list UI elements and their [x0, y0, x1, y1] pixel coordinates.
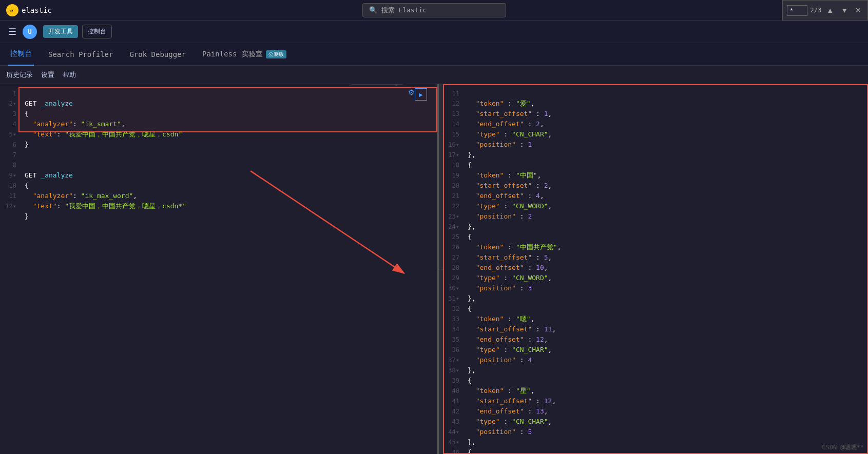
tab-search-profiler[interactable]: Search Profiler — [46, 43, 115, 66]
line-num-7: 7 — [2, 150, 16, 160]
editor-content[interactable]: 1 2▾ 3 4 5▾ 6 7 8 9▾ 10 11 12▾ GET _anal… — [0, 84, 437, 454]
output-code-area: 11 12 13 14 15 16▾ 17▾ 18 19 20 21 22 23… — [443, 84, 868, 454]
toolbar: 历史记录 设置 帮助 — [0, 66, 868, 84]
line-numbers: 1 2▾ 3 4 5▾ 6 7 8 9▾ 10 11 12▾ — [0, 84, 21, 454]
secondary-nav: ☰ U 开发工具 控制台 — [0, 21, 868, 43]
tab-grok-debugger[interactable]: Grok Debugger — [127, 43, 188, 66]
code-content[interactable]: GET _analyze { "analyzer": "ik_smart", "… — [21, 84, 437, 454]
find-input[interactable] — [787, 5, 807, 16]
toolbar-settings[interactable]: 设置 — [41, 70, 54, 80]
toolbar-history[interactable]: 历史记录 — [6, 70, 33, 80]
find-next-button[interactable]: ▼ — [839, 5, 850, 15]
line-num-11: 11 — [2, 191, 16, 201]
beta-badge: 公测版 — [266, 50, 286, 58]
hamburger-button[interactable]: ☰ — [8, 26, 16, 37]
search-placeholder: 搜索 Elastic — [381, 6, 427, 15]
main-content: 单击以发送请求 ▶ ⚙ 1 2▾ 3 4 5▾ 6 — [0, 84, 868, 454]
elastic-logo: e elastic — [6, 4, 52, 16]
find-prev-button[interactable]: ▲ — [824, 5, 836, 15]
elastic-logo-icon: e — [6, 4, 18, 16]
output-panel: 11 12 13 14 15 16▾ 17▾ 18 19 20 21 22 23… — [443, 84, 868, 454]
tab-console[interactable]: 控制台 — [8, 43, 34, 66]
find-close-button[interactable]: ✕ — [853, 5, 863, 15]
line-num-8: 8 — [2, 160, 16, 170]
send-request-tooltip: 单击以发送请求 — [351, 84, 404, 85]
line-num-12: 12▾ — [2, 201, 16, 211]
search-icon: 🔍 — [369, 6, 377, 14]
output-code-content: "token" : "爱", "start_offset" : 1, "end_… — [464, 84, 868, 454]
elastic-logo-text: elastic — [22, 6, 52, 14]
line-num-4: 4 — [2, 119, 16, 129]
svg-text:e: e — [10, 8, 13, 13]
line-num-2: 2▾ — [2, 98, 16, 109]
line-num-3: 3 — [2, 109, 16, 119]
play-button[interactable]: ▶ — [415, 88, 427, 101]
line-num-1: 1 — [2, 88, 16, 98]
resize-handle[interactable]: ⋮ — [439, 84, 443, 454]
output-line-numbers: 11 12 13 14 15 16▾ 17▾ 18 19 20 21 22 23… — [443, 84, 464, 454]
footer: CSDN @嗯嗯** — [818, 441, 868, 454]
line-num-5: 5▾ — [2, 129, 16, 140]
line-num-6: 6 — [2, 140, 16, 150]
config-button[interactable]: ⚙ — [408, 88, 415, 96]
tab-painless-lab[interactable]: Painless 实验室 公测版 — [200, 43, 288, 66]
toolbar-help[interactable]: 帮助 — [63, 70, 76, 80]
line-num-9: 9▾ — [2, 170, 16, 181]
tabs-bar: 控制台 Search Profiler Grok Debugger Painle… — [0, 43, 868, 66]
code-area: 1 2▾ 3 4 5▾ 6 7 8 9▾ 10 11 12▾ GET _anal… — [0, 84, 437, 454]
output-content[interactable]: 11 12 13 14 15 16▾ 17▾ 18 19 20 21 22 23… — [443, 84, 868, 454]
console-button[interactable]: 控制台 — [82, 25, 112, 38]
line-num-10: 10 — [2, 181, 16, 191]
find-bar-count: 2/3 — [811, 7, 822, 14]
user-avatar: U — [23, 25, 37, 39]
top-bar: e elastic 🔍 搜索 Elastic 2/3 ▲ ▼ ✕ — [0, 0, 868, 21]
find-bar: 2/3 ▲ ▼ ✕ — [782, 0, 868, 21]
editor-panel: 单击以发送请求 ▶ ⚙ 1 2▾ 3 4 5▾ 6 — [0, 84, 439, 454]
footer-text: CSDN @嗯嗯** — [822, 444, 864, 451]
dev-tools-button[interactable]: 开发工具 — [43, 25, 78, 38]
search-bar[interactable]: 🔍 搜索 Elastic — [362, 3, 506, 17]
